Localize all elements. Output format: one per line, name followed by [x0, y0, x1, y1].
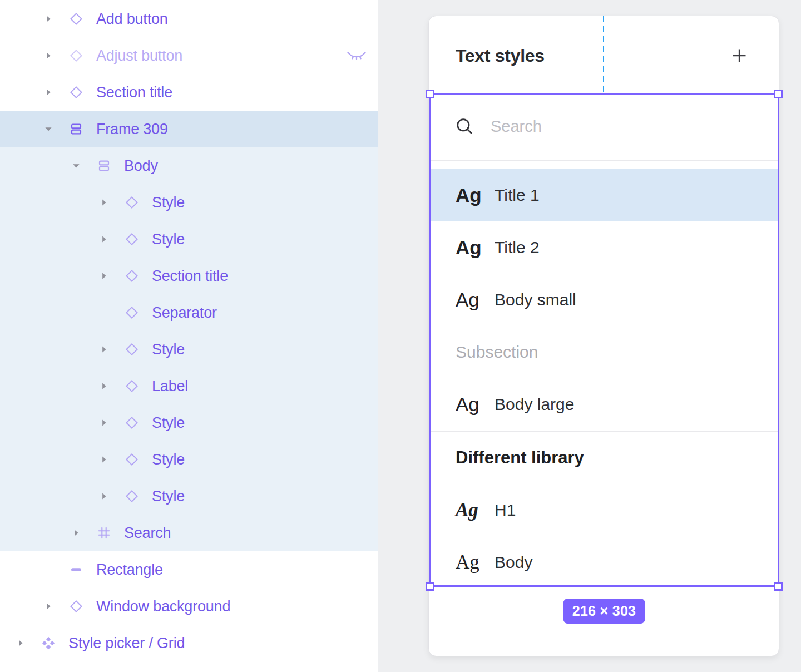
selection-handle-bottom-right[interactable]: [774, 582, 783, 591]
chevron-right-icon[interactable]: [13, 636, 28, 650]
component-diamond-icon: [125, 195, 139, 210]
layer-label: Body: [124, 157, 158, 175]
frame-autolayout-icon: [97, 159, 111, 173]
layer-label: Style: [152, 451, 185, 468]
panel-title: Text styles: [456, 46, 545, 66]
chevron-right-icon[interactable]: [41, 599, 56, 614]
component-diamond-icon: [125, 305, 139, 320]
layer-label: Section title: [152, 268, 228, 285]
layer-row[interactable]: Style: [0, 331, 378, 368]
layer-label: Adjust button: [96, 47, 182, 65]
selection-handle-bottom-left[interactable]: [426, 582, 434, 591]
layer-row[interactable]: Style: [0, 441, 378, 478]
layer-row[interactable]: Add button: [0, 1, 378, 37]
layer-row[interactable]: Style picker / Grid: [0, 625, 378, 661]
layer-label: Section title: [96, 84, 172, 101]
component-diamond-icon: [125, 416, 139, 430]
component-diamond-icon: [69, 85, 83, 100]
component-diamond-icon: [125, 379, 139, 393]
layer-label: Rectangle: [96, 561, 163, 579]
component-set-icon: [41, 636, 56, 650]
eye-closed-icon[interactable]: [347, 48, 366, 63]
chevron-right-icon[interactable]: [97, 342, 111, 357]
design-canvas: Text styles Ag Title 1 Ag Title 2 Ag Bod…: [378, 0, 801, 672]
layer-label: Style: [152, 341, 185, 358]
layer-label: Window background: [96, 598, 230, 615]
layer-row[interactable]: Label: [0, 368, 378, 404]
component-diamond-icon: [125, 342, 139, 357]
chevron-right-icon[interactable]: [97, 232, 111, 246]
layer-row[interactable]: Section title: [0, 258, 378, 294]
selection-handle-top-right[interactable]: [774, 90, 783, 98]
chevron-right-icon[interactable]: [97, 379, 111, 393]
component-diamond-icon: [125, 232, 139, 246]
layer-row[interactable]: Style: [0, 404, 378, 441]
layer-label: Style: [152, 414, 185, 432]
chevron-icon[interactable]: [97, 305, 111, 320]
component-diamond-icon: [69, 599, 83, 614]
component-diamond-icon: [69, 12, 83, 26]
layer-row[interactable]: Window background: [0, 588, 378, 625]
chevron-right-icon[interactable]: [97, 269, 111, 283]
dimensions-badge: 216 × 303: [563, 599, 645, 624]
layer-rows: Add button Adjust button Section title F…: [0, 1, 378, 661]
layer-label: Search: [124, 525, 171, 542]
grid-frame-icon: [97, 526, 111, 540]
layer-row[interactable]: Style: [0, 221, 378, 258]
rectangle-dash-icon: [69, 562, 83, 577]
layer-label: Style: [152, 194, 185, 211]
chevron-down-icon[interactable]: [69, 159, 83, 173]
layer-label: Label: [152, 378, 188, 395]
frame-autolayout-icon: [69, 122, 83, 136]
plus-icon[interactable]: [730, 46, 749, 65]
layer-row[interactable]: Frame 309: [0, 111, 378, 147]
chevron-right-icon[interactable]: [97, 195, 111, 210]
layer-row[interactable]: Style: [0, 478, 378, 515]
chevron-right-icon[interactable]: [41, 85, 56, 100]
layer-row[interactable]: Adjust button: [0, 37, 378, 74]
layer-label: Separator: [152, 304, 217, 322]
component-diamond-icon: [69, 48, 83, 63]
layer-row[interactable]: Style: [0, 184, 378, 221]
selection-handle-top-left[interactable]: [426, 90, 434, 98]
chevron-right-icon[interactable]: [41, 48, 56, 63]
chevron-down-icon[interactable]: [41, 122, 56, 136]
layer-row[interactable]: Search: [0, 515, 378, 551]
layer-row[interactable]: Rectangle: [0, 551, 378, 588]
layer-row[interactable]: Body: [0, 147, 378, 184]
layer-label: Style: [152, 231, 185, 248]
chevron-right-icon[interactable]: [97, 489, 111, 503]
layer-label: Add button: [96, 11, 168, 28]
layer-row[interactable]: Separator: [0, 294, 378, 331]
drop-indicator-guide: [603, 16, 604, 93]
layers-panel: Add button Adjust button Section title F…: [0, 0, 378, 672]
layer-row[interactable]: Section title: [0, 74, 378, 111]
layer-label: Frame 309: [96, 121, 168, 138]
chevron-right-icon[interactable]: [97, 452, 111, 467]
chevron-icon[interactable]: [41, 562, 56, 577]
selection-outline: [429, 93, 779, 587]
chevron-right-icon[interactable]: [41, 12, 56, 26]
chevron-right-icon[interactable]: [97, 416, 111, 430]
component-diamond-icon: [125, 452, 139, 467]
component-diamond-icon: [125, 269, 139, 283]
component-diamond-icon: [125, 489, 139, 503]
chevron-right-icon[interactable]: [69, 526, 83, 540]
layer-label: Style: [152, 488, 185, 505]
layer-label: Style picker / Grid: [68, 635, 185, 652]
